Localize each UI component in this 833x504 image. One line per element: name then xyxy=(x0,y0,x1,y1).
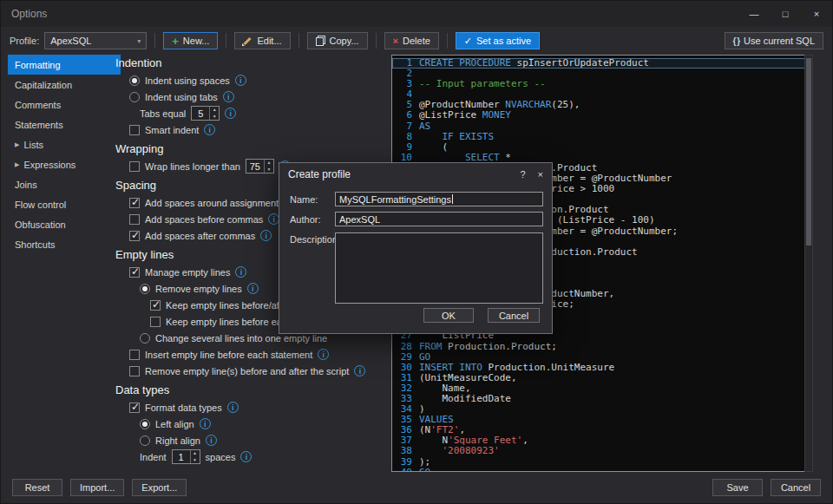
close-button[interactable]: × xyxy=(801,1,832,27)
spinner-arrows[interactable]: ▲▼ xyxy=(209,107,219,120)
info-icon[interactable]: i xyxy=(225,108,236,119)
sidebar: FormattingCapitalizationCommentsStatemen… xyxy=(8,55,121,472)
ok-button[interactable]: OK xyxy=(423,308,474,323)
sidebar-item-capitalization[interactable]: Capitalization xyxy=(8,75,121,95)
dialog-cancel-button[interactable]: Cancel xyxy=(488,308,540,323)
spinner-down-icon[interactable]: ▼ xyxy=(210,114,219,121)
toolbar-separator xyxy=(226,33,226,49)
setting-label: Wrap lines longer than xyxy=(145,161,240,172)
checkbox[interactable] xyxy=(129,366,140,376)
spinner-down-icon[interactable]: ▼ xyxy=(265,167,273,173)
info-icon[interactable]: i xyxy=(204,124,215,135)
description-field[interactable] xyxy=(335,232,543,304)
info-icon[interactable]: i xyxy=(235,266,246,278)
radio-button[interactable] xyxy=(140,419,150,429)
save-button[interactable]: Save xyxy=(712,479,763,496)
spinner-arrows[interactable]: ▲▼ xyxy=(190,450,200,463)
sidebar-item-flow-control[interactable]: Flow control xyxy=(8,194,121,214)
name-field[interactable]: MySQLFormattingSettings xyxy=(335,192,543,206)
checkbox[interactable] xyxy=(129,403,140,413)
sidebar-item-label: Flow control xyxy=(15,200,66,210)
minimize-button[interactable]: — xyxy=(738,1,770,27)
setting-label: Add spaces after commas xyxy=(145,231,255,241)
edit-profile-button[interactable]: Edit... xyxy=(234,32,290,49)
setting-label: Indent using tabs xyxy=(145,92,218,102)
pencil-icon xyxy=(243,36,253,46)
spinner-up-icon[interactable]: ▲ xyxy=(210,107,219,114)
copy-icon xyxy=(316,36,325,46)
spinner-value: 5 xyxy=(192,107,209,120)
setting-row-right-align: Right aligni xyxy=(115,432,391,448)
spinner[interactable]: 1▲▼ xyxy=(172,449,200,464)
info-icon[interactable]: i xyxy=(240,451,252,462)
author-field[interactable]: ApexSQL xyxy=(335,212,543,226)
editor-scrollbar[interactable] xyxy=(804,55,813,472)
info-icon[interactable]: i xyxy=(206,435,217,446)
cancel-button[interactable]: Cancel xyxy=(771,479,821,496)
checkbox[interactable] xyxy=(129,350,140,360)
spinner[interactable]: 75▲▼ xyxy=(246,159,274,173)
sidebar-item-expressions[interactable]: ▶Expressions xyxy=(8,154,121,174)
radio-button[interactable] xyxy=(140,333,150,344)
sidebar-item-lists[interactable]: ▶Lists xyxy=(8,134,121,154)
set-as-active-label: Set as active xyxy=(476,36,531,46)
line-number: 30 xyxy=(392,363,415,373)
radio-button[interactable] xyxy=(140,435,150,446)
spinner-value: 75 xyxy=(246,160,264,173)
sidebar-item-statements[interactable]: Statements xyxy=(8,115,121,134)
checkbox[interactable] xyxy=(129,161,140,172)
scrollbar-thumb[interactable] xyxy=(806,58,811,245)
export-button[interactable]: Export... xyxy=(132,479,187,496)
checkbox[interactable] xyxy=(129,267,140,278)
checkbox[interactable] xyxy=(129,214,140,225)
spinner-arrows[interactable]: ▲▼ xyxy=(264,160,273,173)
sidebar-item-obfuscation[interactable]: Obfuscation xyxy=(8,214,121,234)
info-icon[interactable]: i xyxy=(247,283,259,294)
sidebar-item-label: Expressions xyxy=(23,160,75,170)
checkbox[interactable] xyxy=(129,231,140,241)
checkbox[interactable] xyxy=(150,300,161,311)
radio-button[interactable] xyxy=(140,284,150,294)
info-icon[interactable]: i xyxy=(260,230,272,241)
copy-button-label: Copy... xyxy=(330,36,359,46)
info-icon[interactable]: i xyxy=(318,349,329,360)
checkbox[interactable] xyxy=(150,317,161,327)
line-number: 8 xyxy=(392,132,415,142)
sidebar-item-label: Formatting xyxy=(15,60,61,70)
delete-icon: × xyxy=(393,36,398,46)
info-icon[interactable]: i xyxy=(235,75,246,86)
set-as-active-button[interactable]: ✓ Set as active xyxy=(456,32,540,49)
name-label: Name: xyxy=(290,194,318,205)
info-icon[interactable]: i xyxy=(354,365,365,376)
info-icon[interactable]: i xyxy=(227,402,239,413)
help-icon[interactable]: ? xyxy=(520,169,525,180)
copy-profile-button[interactable]: Copy... xyxy=(307,32,368,49)
checkbox[interactable] xyxy=(129,125,140,135)
import-button[interactable]: Import... xyxy=(70,479,124,496)
code-text: FROM Production.Product; xyxy=(415,342,557,352)
info-icon[interactable]: i xyxy=(223,91,234,102)
radio-button[interactable] xyxy=(129,75,140,86)
spinner-up-icon[interactable]: ▲ xyxy=(265,160,273,167)
delete-profile-button[interactable]: × Delete xyxy=(384,32,439,49)
sidebar-item-comments[interactable]: Comments xyxy=(8,95,121,115)
setting-label: Indent using spaces xyxy=(145,75,230,86)
sidebar-item-joins[interactable]: Joins xyxy=(8,174,121,194)
use-current-sql-button[interactable]: { } Use current SQL xyxy=(725,32,823,49)
reset-button[interactable]: Reset xyxy=(12,479,62,496)
new-profile-button[interactable]: + New... xyxy=(163,32,218,49)
checkbox[interactable] xyxy=(129,198,140,208)
spinner-down-icon[interactable]: ▼ xyxy=(191,457,200,464)
spinner[interactable]: 5▲▼ xyxy=(191,106,220,121)
setting-row-remove-empty-line-s-before-and-after-the-script: Remove empty line(s) before and after th… xyxy=(115,363,391,379)
section-heading-data-types: Data types xyxy=(115,382,391,399)
dialog-close-icon[interactable]: × xyxy=(538,169,543,180)
profile-dropdown[interactable]: ApexSQL ▾ xyxy=(44,32,147,49)
info-icon[interactable]: i xyxy=(200,418,211,429)
radio-button[interactable] xyxy=(129,92,140,102)
chevron-down-icon: ▾ xyxy=(137,37,141,45)
spinner-up-icon[interactable]: ▲ xyxy=(191,450,200,457)
sidebar-item-formatting[interactable]: Formatting xyxy=(8,55,121,75)
maximize-button[interactable]: □ xyxy=(770,1,801,27)
sidebar-item-shortcuts[interactable]: Shortcuts xyxy=(8,234,121,254)
